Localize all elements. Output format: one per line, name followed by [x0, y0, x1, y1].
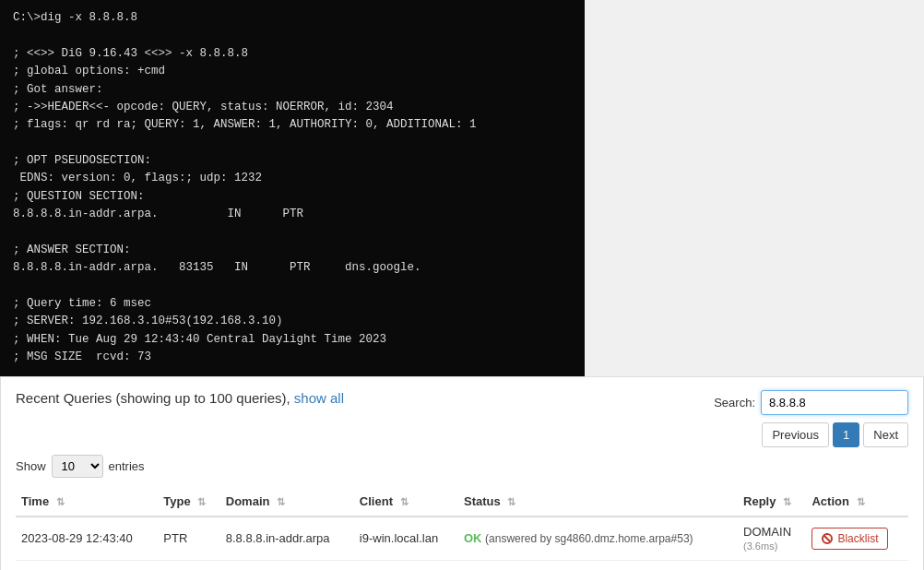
show-entries-row: Show 10 25 50 100 entries: [16, 455, 908, 478]
sort-type-icon: ⇅: [197, 496, 206, 508]
col-time: Time ⇅: [16, 487, 158, 517]
terminal-output: C:\>dig -x 8.8.8.8 ; <<>> DiG 9.16.43 <<…: [0, 0, 585, 376]
cell-domain: 8.8.8.8.in-addr.arpa: [220, 517, 354, 561]
table-header: Time ⇅ Type ⇅ Domain ⇅ Client ⇅ Status ⇅…: [16, 487, 908, 517]
sort-time-icon: ⇅: [56, 496, 65, 508]
cell-status: OK (answered by sg4860.dmz.home.arpa#53): [458, 517, 738, 561]
queries-table: Time ⇅ Type ⇅ Domain ⇅ Client ⇅ Status ⇅…: [16, 487, 908, 561]
search-row: Search:: [714, 390, 908, 415]
col-type: Type ⇅: [158, 487, 219, 517]
table-body: 2023-08-29 12:43:40 PTR 8.8.8.8.in-addr.…: [16, 517, 908, 561]
sort-client-icon: ⇅: [400, 496, 409, 508]
sort-status-icon: ⇅: [507, 496, 515, 508]
search-label: Search:: [714, 396, 755, 410]
next-button[interactable]: Next: [863, 422, 908, 447]
sort-action-icon: ⇅: [857, 496, 865, 508]
cell-reply: DOMAIN(3.6ms): [738, 517, 806, 561]
page-1-button[interactable]: 1: [833, 422, 859, 447]
blacklist-button[interactable]: Blacklist: [811, 528, 888, 550]
table-row: 2023-08-29 12:43:40 PTR 8.8.8.8.in-addr.…: [16, 517, 908, 561]
pagination-row: Previous 1 Next: [762, 422, 908, 447]
cell-client: i9-win.local.lan: [354, 517, 458, 561]
previous-button[interactable]: Previous: [762, 422, 829, 447]
show-entries: Show 10 25 50 100 entries: [16, 455, 145, 478]
blacklist-icon: [822, 533, 833, 544]
entries-label: entries: [109, 459, 145, 473]
search-input[interactable]: [761, 390, 908, 415]
section-heading: Recent Queries (showing up to 100 querie…: [16, 390, 344, 406]
show-label: Show: [16, 459, 46, 473]
entries-select[interactable]: 10 25 50 100: [52, 455, 103, 478]
cell-time: 2023-08-29 12:43:40: [16, 517, 158, 561]
sort-domain-icon: ⇅: [277, 496, 285, 508]
heading-text: Recent Queries (showing up to 100 querie…: [16, 390, 294, 406]
col-status: Status ⇅: [458, 487, 738, 517]
status-detail: (answered by sg4860.dmz.home.arpa#53): [485, 532, 693, 545]
status-ok: OK: [464, 531, 482, 545]
col-action: Action ⇅: [806, 487, 908, 517]
cell-action: Blacklist: [806, 517, 908, 561]
cell-type: PTR: [158, 517, 219, 561]
queries-section: Recent Queries (showing up to 100 querie…: [0, 376, 924, 571]
sort-reply-icon: ⇅: [783, 496, 791, 508]
right-controls: Search: Previous 1 Next: [714, 390, 908, 447]
header-row: Time ⇅ Type ⇅ Domain ⇅ Client ⇅ Status ⇅…: [16, 487, 908, 517]
show-all-link[interactable]: show all: [294, 390, 344, 406]
col-domain: Domain ⇅: [220, 487, 354, 517]
col-reply: Reply ⇅: [738, 487, 806, 517]
col-client: Client ⇅: [354, 487, 458, 517]
